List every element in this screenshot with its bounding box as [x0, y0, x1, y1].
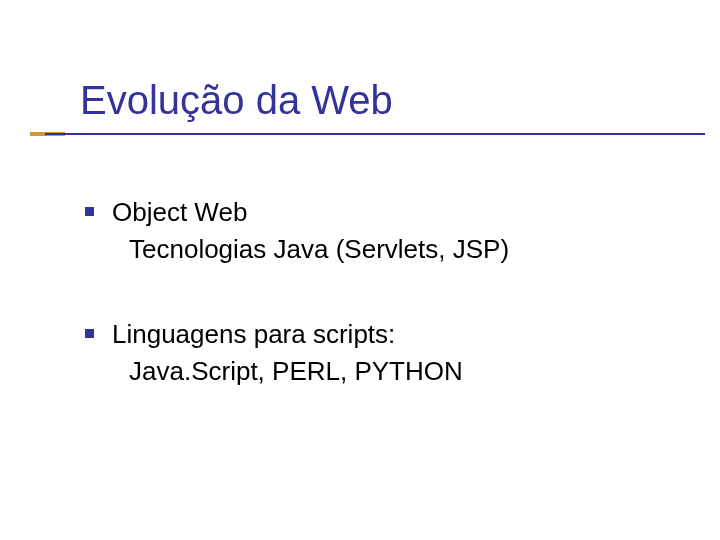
bullet-heading-line: Linguagens para scripts: [85, 317, 670, 352]
bullet-detail-text: Tecnologias Java (Servlets, JSP) [129, 232, 670, 267]
slide-title: Evolução da Web [80, 78, 680, 123]
slide: Evolução da Web Object Web Tecnologias J… [0, 0, 720, 540]
bullet-item: Linguagens para scripts: Java.Script, PE… [85, 317, 670, 389]
bullet-detail-text: Java.Script, PERL, PYTHON [129, 354, 670, 389]
square-bullet-icon [85, 207, 94, 216]
title-area: Evolução da Web [80, 78, 680, 123]
square-bullet-icon [85, 329, 94, 338]
title-underline [45, 133, 705, 135]
bullet-detail-line: Java.Script, PERL, PYTHON [85, 354, 670, 389]
bullet-detail-line: Tecnologias Java (Servlets, JSP) [85, 232, 670, 267]
bullet-heading-text: Object Web [112, 195, 247, 230]
bullet-heading-line: Object Web [85, 195, 670, 230]
content-area: Object Web Tecnologias Java (Servlets, J… [85, 195, 670, 439]
bullet-heading-text: Linguagens para scripts: [112, 317, 395, 352]
bullet-item: Object Web Tecnologias Java (Servlets, J… [85, 195, 670, 267]
